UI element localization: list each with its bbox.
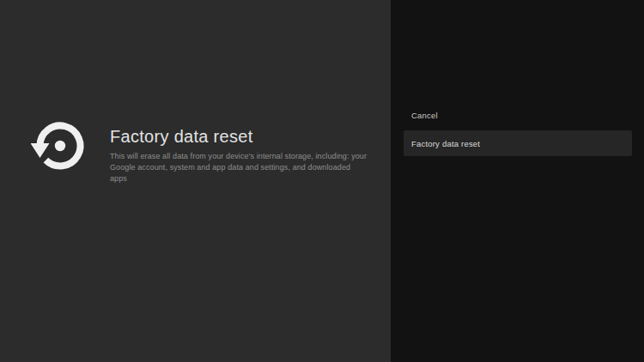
factory-data-reset-button-label: Factory data reset: [411, 139, 480, 148]
page-description: This will erase all data from your devic…: [110, 151, 368, 184]
actions-list: Cancel Factory data reset: [404, 102, 632, 156]
actions-panel: Cancel Factory data reset: [391, 0, 644, 362]
page-description-line-1: This will erase all data from your devic…: [110, 151, 368, 162]
cancel-button[interactable]: Cancel: [404, 102, 632, 129]
page-title: Factory data reset: [110, 126, 368, 147]
info-text-block: Factory data reset This will erase all d…: [110, 126, 368, 184]
cancel-button-label: Cancel: [411, 111, 438, 120]
page-description-line-2: Google account, system and app data and …: [110, 162, 368, 184]
factory-data-reset-button[interactable]: Factory data reset: [404, 130, 632, 156]
info-panel: Factory data reset This will erase all d…: [0, 0, 391, 362]
factory-reset-screen: Factory data reset This will erase all d…: [0, 0, 644, 362]
settings-backup-restore-icon: [31, 117, 89, 175]
